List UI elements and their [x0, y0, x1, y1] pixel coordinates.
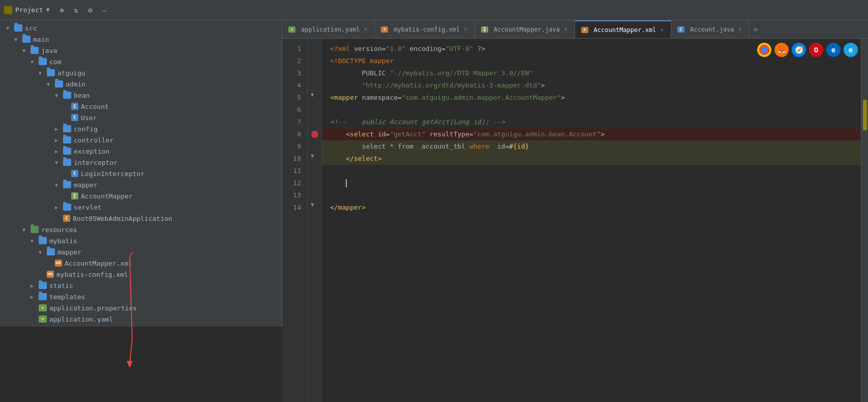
breakpoint-dot-8 [311, 131, 318, 138]
line-num-3: 3 [284, 67, 305, 79]
tree-item-servlet[interactable]: servlet [0, 202, 282, 213]
browser-icon-opera[interactable]: O [809, 43, 823, 57]
line-num-4: 4 [284, 79, 305, 92]
tab-close-mybatis-config[interactable]: × [463, 25, 468, 34]
tree-item-mapper-folder[interactable]: mapper [0, 246, 282, 257]
tree-item-exception[interactable]: exception [0, 146, 282, 157]
tree-item-mapper[interactable]: mapper [0, 179, 282, 190]
tree-item-accountmapper-xml[interactable]: XML AccountMapper.xml [0, 257, 282, 269]
tree-item-atguigu[interactable]: atguigu [0, 67, 282, 78]
tab-accountmapper-java[interactable]: I AccountMapper.java × [475, 20, 575, 38]
tree-item-logininterceptor[interactable]: C LoginInterceptor [0, 168, 282, 179]
label-mapper: mapper [74, 181, 280, 189]
minimize-icon[interactable]: — [99, 5, 109, 15]
arrow-static [31, 283, 39, 289]
folder-servlet [63, 204, 71, 211]
tree-item-java[interactable]: java [0, 45, 282, 56]
tab-close-accountmapper-xml[interactable]: × [659, 25, 665, 34]
span-l9-2: where [469, 140, 489, 153]
span-l12 [330, 177, 346, 189]
line-num-6: 6 [284, 104, 305, 116]
span-l8-5: "getAcct" [390, 128, 425, 140]
browser-icon-chrome[interactable] [757, 43, 771, 57]
tree-item-app-yaml[interactable]: ⚙ application.yaml [0, 313, 282, 325]
label-mapper-folder: mapper [57, 248, 280, 256]
label-exception: exception [74, 148, 280, 155]
span-l4-3: > [541, 79, 545, 92]
tree-item-controller[interactable]: controller [0, 134, 282, 146]
browser-icon-safari[interactable]: 🧭 [792, 43, 806, 57]
span-l2: <!DOCTYPE mapper [330, 55, 394, 67]
label-resources: resources [41, 226, 280, 234]
label-templates: templates [49, 293, 280, 301]
span-l1-5: "UTF-8" [445, 43, 473, 55]
tree-item-resources[interactable]: resources [0, 224, 282, 235]
tab-close-account-java[interactable]: × [737, 25, 743, 34]
label-app-yaml: application.yaml [49, 315, 280, 323]
top-bar-icons: ⊕ ⇅ ⚙ — [56, 5, 109, 15]
tree-item-interceptor[interactable]: interceptor [0, 157, 282, 168]
arrow-exception [55, 149, 63, 154]
tab-mybatis-config[interactable]: X mybatis-config.xml × [375, 20, 475, 38]
folder-controller [63, 136, 71, 143]
label-config: config [74, 125, 280, 133]
code-line-13 [322, 189, 861, 202]
tab-label-account-java: Account.java [690, 26, 734, 33]
tree-item-account[interactable]: C Account [0, 101, 282, 112]
fold-marker-10[interactable]: ▼ [311, 153, 314, 159]
folder-bean [63, 92, 71, 99]
tab-accountmapper-xml[interactable]: X AccountMapper.xml × [575, 20, 671, 38]
label-account: Account [81, 103, 280, 110]
right-scrollbar[interactable] [861, 39, 868, 402]
tab-icon-mybatis: X [381, 26, 388, 33]
tab-application-yaml[interactable]: ⚙ application.yaml × [282, 20, 375, 38]
label-boot05app: Boot05WebAdminApplication [73, 215, 280, 222]
tree-item-accountmapper-java[interactable]: I AccountMapper [0, 190, 282, 202]
tree-item-app-props[interactable]: ⚙ application.properties [0, 302, 282, 313]
tree-item-bean[interactable]: bean [0, 90, 282, 101]
tree-item-config[interactable]: config [0, 123, 282, 134]
browser-icon-ie[interactable]: e [844, 43, 858, 57]
label-main: main [33, 36, 280, 43]
label-bean: bean [74, 92, 280, 99]
project-dropdown-icon[interactable]: ▼ [46, 7, 50, 13]
icon-app-yaml: ⚙ [39, 315, 47, 323]
settings-icon[interactable]: ⚙ [85, 5, 95, 15]
span-l8-4: id= [378, 128, 390, 140]
browser-icon-edge[interactable]: e [826, 43, 841, 57]
code-line-6 [322, 104, 861, 116]
browser-icon-firefox[interactable]: 🦊 [774, 43, 789, 57]
layout-icon[interactable]: ⊕ [56, 5, 67, 15]
tab-close-application-yaml[interactable]: × [363, 25, 369, 34]
fold-marker-5[interactable]: ▼ [311, 92, 314, 98]
tab-close-accountmapper-java[interactable]: × [563, 25, 568, 34]
tab-overflow[interactable]: » [749, 20, 762, 38]
tab-label-accountmapper-java: AccountMapper.java [494, 26, 560, 33]
code-content[interactable]: <?xml version="1.0" encoding="UTF-8" ?> … [322, 39, 861, 402]
tree-item-admin[interactable]: admin [0, 78, 282, 90]
code-line-5: <mapper namespace="com.atguigu.admin.map… [322, 92, 861, 104]
icon-mybatis-config: XML [47, 271, 54, 278]
editor-gutter: ▼ ▼ ▼ [308, 39, 322, 402]
code-line-9: select * from account_tbl where id=#{id} [322, 140, 861, 153]
arrow-admin [47, 81, 55, 87]
label-accountmapper-xml: AccountMapper.xml [65, 260, 280, 267]
tree-item-main[interactable]: main [0, 34, 282, 45]
tab-account-java[interactable]: C Account.java × [671, 20, 749, 38]
label-accountmapper-java: AccountMapper [81, 192, 280, 200]
tree-item-static[interactable]: static [0, 280, 282, 291]
tree-item-mybatis-config[interactable]: XML mybatis-config.xml [0, 269, 282, 280]
tree-item-user[interactable]: C User [0, 112, 282, 123]
tree-item-com[interactable]: com [0, 56, 282, 67]
tree-item-src[interactable]: src [0, 22, 282, 34]
line-num-12: 12 [284, 177, 305, 189]
span-l1-6: ?> [473, 43, 485, 55]
tree-item-boot05app[interactable]: C Boot05WebAdminApplication [0, 213, 282, 224]
gutter-line-8[interactable] [308, 128, 322, 140]
tree-item-mybatis[interactable]: mybatis [0, 235, 282, 246]
tree-item-templates[interactable]: templates [0, 291, 282, 302]
folder-src [14, 24, 22, 32]
fold-marker-14[interactable]: ▼ [311, 202, 314, 208]
span-l3-2: "-//mybatis.org//DTD Mapper 3.0//EN" [390, 67, 533, 79]
sort-icon[interactable]: ⇅ [71, 5, 81, 15]
